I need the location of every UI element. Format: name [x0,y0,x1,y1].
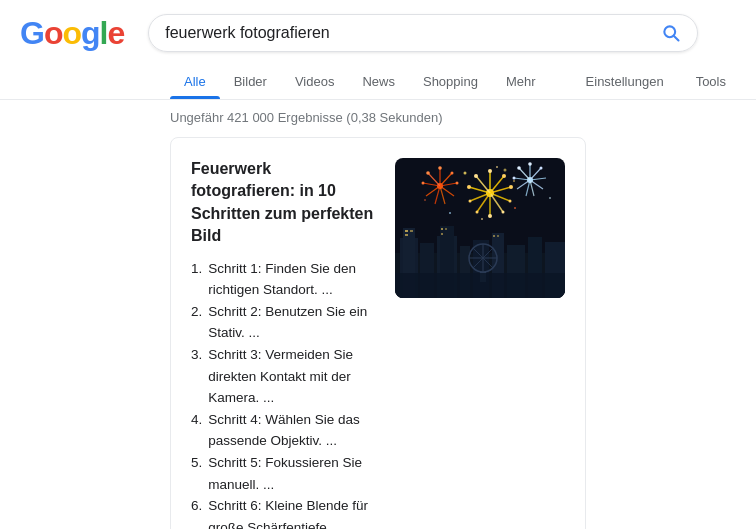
svg-point-53 [481,218,483,220]
svg-point-64 [438,166,442,170]
header: Google [0,0,756,52]
result-card: Feuerwerk fotografieren: in 10 Schritten… [170,137,586,529]
svg-point-50 [474,174,478,178]
list-item: 5. Schritt 5: Fokussieren Sie manuell. .… [191,452,379,495]
svg-rect-24 [405,234,408,236]
list-text: Schritt 5: Fokussieren Sie manuell. ... [208,452,379,495]
search-icon [661,23,681,43]
list-text: Schritt 2: Benutzen Sie ein Stativ. ... [208,301,379,344]
svg-point-68 [426,171,430,175]
svg-point-45 [502,211,505,214]
nav-tabs: Alle Bilder Videos News Shopping Mehr Ei… [0,56,756,100]
search-bar [148,14,698,52]
tab-alle[interactable]: Alle [170,64,220,99]
list-item: 2. Schritt 2: Benutzen Sie ein Stativ. .… [191,301,379,344]
list-item: 4. Schritt 4: Wählen Sie das passende Ob… [191,409,379,452]
svg-point-79 [528,162,532,166]
tab-mehr[interactable]: Mehr [492,64,550,99]
svg-point-44 [509,200,512,203]
list-text: Schritt 4: Wählen Sie das passende Objek… [208,409,379,452]
svg-point-85 [449,212,451,214]
result-image [395,158,565,298]
logo-e: e [107,15,124,52]
svg-point-49 [467,185,471,189]
list-text: Schritt 1: Finden Sie den richtigen Stan… [208,258,379,301]
svg-point-43 [509,185,513,189]
list-num: 1. [191,258,202,301]
logo-o1: o [44,15,63,52]
logo-l: l [100,15,108,52]
svg-rect-26 [445,228,447,230]
list-num: 3. [191,344,202,409]
list-num: 5. [191,452,202,495]
tab-bilder[interactable]: Bilder [220,64,281,99]
svg-point-84 [514,207,516,209]
logo-g2: g [81,15,100,52]
svg-point-48 [469,200,472,203]
search-button[interactable] [661,23,681,43]
svg-rect-27 [441,233,443,235]
svg-point-81 [513,177,516,180]
svg-point-83 [464,172,467,175]
result-card-title: Feuerwerk fotografieren: in 10 Schritten… [191,158,379,248]
logo-o2: o [62,15,81,52]
list-text: Schritt 6: Kleine Blende für große Schär… [208,495,379,529]
svg-point-88 [549,197,551,199]
svg-rect-22 [405,230,408,232]
svg-point-67 [422,182,425,185]
svg-point-47 [476,211,479,214]
svg-point-41 [488,169,492,173]
svg-point-86 [504,169,507,172]
svg-point-42 [502,174,506,178]
tab-einstellungen[interactable]: Einstellungen [572,64,678,99]
list-item: 3. Schritt 3: Vermeiden Sie direkten Kon… [191,344,379,409]
svg-point-80 [540,167,543,170]
svg-rect-29 [497,235,499,237]
results-info: Ungefähr 421 000 Ergebnisse (0,38 Sekund… [0,100,756,133]
list-num: 2. [191,301,202,344]
tab-shopping[interactable]: Shopping [409,64,492,99]
list-item: 1. Schritt 1: Finden Sie den richtigen S… [191,258,379,301]
tab-tools[interactable]: Tools [682,64,740,99]
svg-point-82 [517,166,521,170]
logo-g: G [20,15,44,52]
svg-rect-28 [493,235,495,237]
svg-point-66 [456,182,459,185]
svg-line-1 [674,36,679,41]
svg-point-65 [451,172,454,175]
tab-videos[interactable]: Videos [281,64,349,99]
list-num: 4. [191,409,202,452]
svg-rect-21 [395,273,565,298]
result-card-content: Feuerwerk fotografieren: in 10 Schritten… [191,158,379,529]
svg-rect-25 [441,228,443,230]
svg-point-51 [496,166,498,168]
nav-right: Einstellungen Tools [572,64,756,99]
result-list: 1. Schritt 1: Finden Sie den richtigen S… [191,258,379,529]
svg-rect-23 [410,230,413,232]
list-item: 6. Schritt 6: Kleine Blende für große Sc… [191,495,379,529]
tab-news[interactable]: News [348,64,409,99]
svg-point-46 [488,214,492,218]
svg-point-52 [513,180,515,182]
google-logo: Google [20,15,124,52]
list-num: 6. [191,495,202,529]
list-text: Schritt 3: Vermeiden Sie direkten Kontak… [208,344,379,409]
search-input[interactable] [165,24,661,42]
svg-point-87 [424,199,426,201]
